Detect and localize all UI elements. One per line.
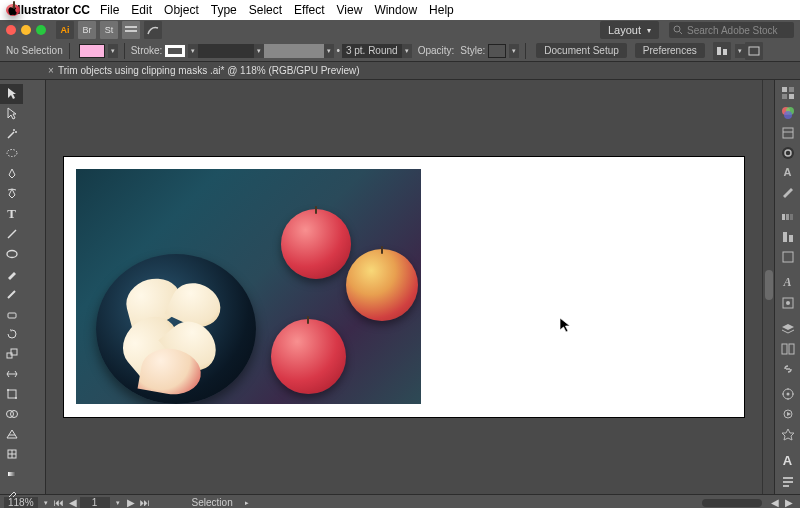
menu-window[interactable]: Window [374,3,417,17]
canvas[interactable] [46,80,762,494]
tab-close[interactable]: × [44,65,58,76]
scroll-left[interactable]: ◀ [768,497,782,508]
app-name[interactable]: Illustrator CC [14,3,90,17]
stroke-profile[interactable] [264,44,324,58]
svg-rect-5 [723,49,727,55]
artboard-dropdown[interactable]: ▾ [116,499,120,507]
horizontal-scrollbar[interactable] [702,499,762,507]
brush-preset[interactable]: 3 pt. Round [342,44,402,58]
panel-swatches-icon[interactable] [778,86,798,100]
ai-icon[interactable]: Ai [56,21,74,39]
close-window[interactable] [6,25,16,35]
paintbrush-tool[interactable] [0,264,23,284]
stroke-swatch[interactable] [165,45,185,57]
minimize-window[interactable] [21,25,31,35]
scroll-right[interactable]: ▶ [782,497,796,508]
panel-type-icon[interactable]: A [778,453,798,468]
style-dropdown[interactable]: ▾ [509,44,519,58]
workspace-switcher[interactable]: Layout [600,21,659,39]
stock-search[interactable]: Search Adobe Stock [669,22,794,38]
status-menu[interactable]: ▸ [245,499,249,507]
panel-artboards-icon[interactable] [778,342,798,356]
stock-icon[interactable]: St [100,21,118,39]
menu-help[interactable]: Help [429,3,454,17]
scrollbar-thumb[interactable] [765,270,773,300]
width-tool[interactable] [0,364,23,384]
window-controls [6,25,46,35]
stroke-dropdown[interactable]: ▾ [188,44,198,58]
zoom-window[interactable] [36,25,46,35]
panel-libraries-icon[interactable] [778,126,798,140]
panel-layers-icon[interactable] [778,322,798,336]
menu-select[interactable]: Select [249,3,282,17]
stroke-weight-dropdown[interactable]: ▾ [254,44,264,58]
gradient-tool[interactable] [0,464,23,484]
panel-brushes-icon[interactable] [778,184,798,198]
placed-image[interactable] [76,169,421,404]
panel-text-icon[interactable]: A [778,166,798,178]
bridge-icon[interactable]: Br [78,21,96,39]
artboard-next[interactable]: ▶ [124,497,138,508]
rotate-tool[interactable] [0,324,23,344]
zoom-dropdown[interactable]: ▾ [44,499,48,507]
panel-cc-icon[interactable] [778,146,798,160]
selection-tool[interactable] [0,84,23,104]
brush-dropdown[interactable]: ▾ [402,44,412,58]
magic-wand-tool[interactable] [0,124,23,144]
panel-appearance-icon[interactable] [778,387,798,401]
arrange-icon[interactable] [122,21,140,39]
menu-file[interactable]: File [100,3,119,17]
mesh-tool[interactable] [0,444,23,464]
panel-glyphs-icon[interactable] [778,474,798,488]
fill-swatch[interactable] [79,44,105,58]
panel-align-icon[interactable] [778,230,798,244]
artboard-number[interactable]: 1 [80,497,110,509]
vertical-scrollbar[interactable] [762,80,774,494]
macos-menubar: Illustrator CC File Edit Object Type Sel… [0,0,800,20]
stroke-profile-dropdown[interactable]: ▾ [324,44,334,58]
ellipse-tool[interactable] [0,244,23,264]
menu-effect[interactable]: Effect [294,3,324,17]
curvature-tool[interactable] [0,184,23,204]
menu-type[interactable]: Type [211,3,237,17]
panel-symbols-icon[interactable] [778,427,798,441]
apple-menu[interactable] [6,4,20,16]
zoom-level[interactable]: 118% [4,497,38,509]
lasso-tool[interactable] [0,144,23,164]
stroke-weight[interactable] [198,44,254,58]
svg-rect-56 [783,252,793,262]
pen-tool[interactable] [0,164,23,184]
eraser-tool[interactable] [0,304,23,324]
shape-builder-tool[interactable] [0,404,23,424]
line-tool[interactable] [0,224,23,244]
fill-dropdown[interactable]: ▾ [108,44,118,58]
preferences-button[interactable]: Preferences [635,43,705,58]
align-icon[interactable] [713,42,731,60]
panel-transform-icon[interactable] [778,250,798,264]
shaper-tool[interactable] [0,284,23,304]
scale-tool[interactable] [0,344,23,364]
type-tool[interactable]: T [0,204,23,224]
style-swatch[interactable] [488,44,506,58]
tab-title[interactable]: Trim objects using clipping masks .ai* @… [58,65,360,76]
menu-edit[interactable]: Edit [131,3,152,17]
align-dropdown[interactable]: ▾ [735,44,745,58]
perspective-tool[interactable] [0,424,23,444]
free-transform-tool[interactable] [0,384,23,404]
artboard-last[interactable]: ⏭ [138,497,152,508]
artboard-first[interactable]: ⏮ [52,497,66,508]
panel-color-icon[interactable] [778,106,798,120]
document-setup-button[interactable]: Document Setup [536,43,627,58]
gpu-icon[interactable] [144,21,162,39]
transform-icon[interactable] [745,42,763,60]
panel-color-guide-icon[interactable] [778,210,798,224]
menu-object[interactable]: Object [164,3,199,17]
artboard[interactable] [64,157,744,417]
panel-actions-icon[interactable] [778,407,798,421]
panel-graphic-styles-icon[interactable] [778,296,798,310]
panel-character-icon[interactable]: A [778,275,798,290]
menu-view[interactable]: View [337,3,363,17]
direct-selection-tool[interactable] [0,104,23,124]
panel-links-icon[interactable] [778,362,798,376]
artboard-prev[interactable]: ◀ [66,497,80,508]
